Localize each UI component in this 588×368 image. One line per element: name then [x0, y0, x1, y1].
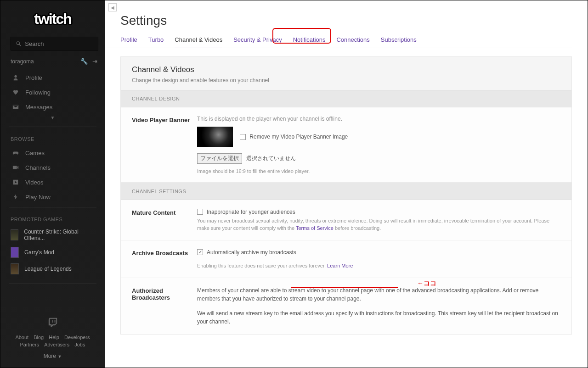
play-icon: [12, 179, 19, 185]
archive-hint: Enabling this feature does not save your…: [197, 262, 560, 269]
divider: [9, 127, 96, 127]
promoted-game-csgo[interactable]: Counter-Strike: Global Offens...: [0, 226, 105, 244]
camera-icon: [12, 164, 19, 171]
page-title: Settings: [105, 0, 588, 30]
promoted-game-lol[interactable]: League of Legends: [0, 261, 105, 277]
sidebar: twitch toragoma 🔧 ⇥ Profile Following Me…: [0, 0, 105, 368]
search-input[interactable]: [11, 37, 98, 50]
more-button[interactable]: More ▼: [0, 353, 105, 359]
tab-security[interactable]: Security & Privacy: [233, 33, 282, 48]
archive-checkbox-label: Automatically archive my broadcasts: [207, 249, 296, 256]
logout-icon[interactable]: ⇥: [92, 58, 97, 65]
video-banner-desc: This is displayed on the player when you…: [197, 116, 560, 122]
banner-hint: Image should be 16:9 to fill the entire …: [197, 168, 560, 174]
username: toragoma: [11, 58, 34, 65]
promoted-label: PROMOTED GAMES: [0, 210, 105, 226]
mature-checkbox-label: Inappropriate for younger audiences: [207, 209, 295, 215]
section-header-settings: CHANNEL SETTINGS: [121, 183, 571, 200]
promoted-game-garrysmod[interactable]: Garry's Mod: [0, 244, 105, 261]
remove-banner-checkbox[interactable]: [240, 134, 246, 140]
sidebar-item-videos[interactable]: Videos: [0, 175, 105, 190]
authorized-p1: Members of your channel are able to stre…: [197, 286, 560, 303]
learn-more-link[interactable]: Learn More: [327, 263, 353, 268]
row-mature-content: Mature Content Inappropriate for younger…: [121, 200, 571, 240]
search-icon: [16, 40, 21, 47]
remove-banner-label: Remove my Video Player Banner Image: [249, 134, 348, 140]
settings-tabs: Profile Turbo Channel & Videos Security …: [105, 30, 572, 48]
sidebar-item-channels[interactable]: Channels: [0, 160, 105, 175]
game-thumb: [11, 247, 19, 258]
footer-link[interactable]: Developers: [64, 335, 90, 340]
twitch-glitch-icon[interactable]: [48, 317, 58, 329]
row-authorized-broadcasters: Authorized Broadcasters Members of your …: [121, 278, 571, 334]
main-content: ◀ Settings Profile Turbo Channel & Video…: [105, 0, 588, 368]
divider: [9, 284, 96, 284]
divider: [9, 207, 96, 207]
footer-link[interactable]: Advertisers: [44, 342, 69, 347]
logo[interactable]: twitch: [0, 0, 105, 34]
tab-subscriptions[interactable]: Subscriptions: [381, 33, 417, 48]
file-choose-button[interactable]: ファイルを選択: [197, 153, 242, 164]
row-video-banner: Video Player Banner This is displayed on…: [121, 107, 571, 183]
label-mature: Mature Content: [132, 208, 197, 232]
envelope-icon: [12, 104, 19, 110]
tab-notifications[interactable]: Notifications: [293, 33, 326, 48]
wrench-icon[interactable]: 🔧: [80, 58, 88, 65]
panel-title: Channel & Videos: [132, 65, 560, 74]
footer-link[interactable]: Help: [49, 335, 59, 340]
footer-link[interactable]: Blog: [34, 335, 44, 340]
tab-turbo[interactable]: Turbo: [148, 33, 164, 48]
bolt-icon: [12, 194, 19, 200]
footer-link[interactable]: Jobs: [74, 342, 85, 347]
sidebar-item-games[interactable]: Games: [0, 145, 105, 160]
game-thumb: [11, 229, 18, 240]
label-video-banner: Video Player Banner: [132, 116, 197, 174]
sidebar-item-profile[interactable]: Profile: [0, 70, 105, 85]
heart-icon: [12, 89, 19, 95]
archive-checkbox[interactable]: [197, 249, 203, 255]
settings-panel: Channel & Videos Change the design and e…: [120, 56, 572, 335]
browse-nav: Games Channels Videos Play Now: [0, 145, 105, 204]
chevron-down-icon[interactable]: ▼: [0, 114, 105, 124]
file-status: 選択されていません: [246, 155, 296, 162]
tab-connections[interactable]: Connections: [336, 33, 369, 48]
panel-subtitle: Change the design and enable features on…: [132, 77, 560, 84]
banner-preview-image: [197, 127, 233, 147]
tab-channel-videos[interactable]: Channel & Videos: [175, 33, 222, 48]
footer-link[interactable]: About: [15, 335, 28, 340]
sidebar-item-playnow[interactable]: Play Now: [0, 190, 105, 204]
username-row: toragoma 🔧 ⇥: [0, 56, 105, 66]
game-thumb: [11, 263, 19, 274]
tos-link[interactable]: Terms of Service: [296, 225, 334, 231]
label-authorized: Authorized Broadcasters: [132, 286, 197, 326]
collapse-sidebar-button[interactable]: ◀: [108, 3, 117, 11]
user-nav: Profile Following Messages ▼: [0, 66, 105, 124]
tab-profile[interactable]: Profile: [120, 33, 137, 48]
sidebar-item-following[interactable]: Following: [0, 85, 105, 100]
browse-label: BROWSE: [0, 130, 105, 145]
mature-policy: You may never broadcast sexual activity,…: [197, 217, 560, 232]
authorized-p2: We will send a new stream key to the ema…: [197, 309, 560, 326]
person-icon: [12, 74, 19, 81]
controller-icon: [12, 150, 19, 156]
footer-link[interactable]: Partners: [20, 342, 40, 347]
label-archive: Archive Broadcasts: [132, 249, 197, 269]
sidebar-footer: About Blog Help Developers Partners Adve…: [0, 317, 105, 359]
mature-checkbox[interactable]: [197, 209, 203, 215]
sidebar-item-messages[interactable]: Messages: [0, 100, 105, 114]
row-archive-broadcasts: Archive Broadcasts Automatically archive…: [121, 240, 571, 278]
section-header-design: CHANNEL DESIGN: [121, 90, 571, 107]
